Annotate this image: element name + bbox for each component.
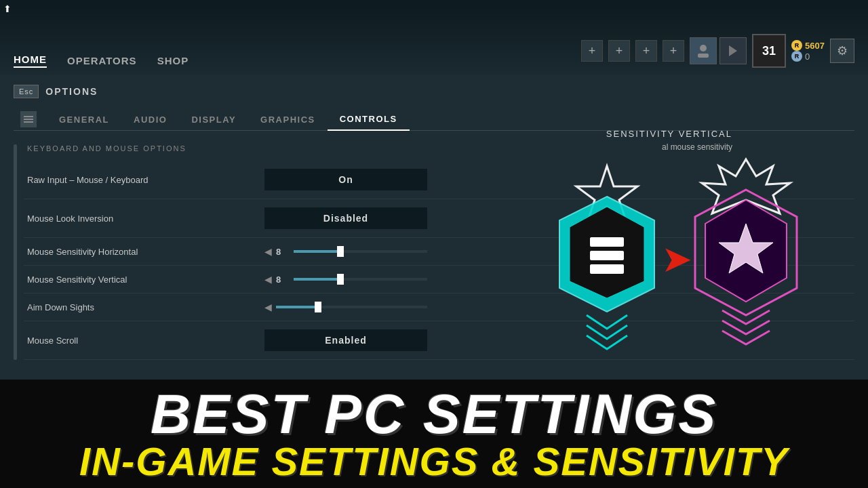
slider-track-ads[interactable]: [276, 306, 427, 308]
tab-controls[interactable]: CONTROLS: [328, 108, 410, 131]
setting-value-mouse-scroll: Enabled: [264, 329, 427, 351]
raw-input-value[interactable]: On: [264, 169, 427, 190]
svg-rect-3: [24, 119, 33, 120]
nav-links: HOME OPERATORS SHOP: [14, 54, 189, 68]
slider-left-ads[interactable]: ◀: [264, 302, 272, 312]
cursor-icon: ⬆: [3, 3, 12, 14]
currency2-amount: 0: [805, 52, 810, 62]
big-text-2: IN-GAME SETTINGS & SENSITIVITY: [79, 442, 789, 481]
setting-value-mouse-inversion: Disabled: [264, 207, 427, 229]
slider-track-v[interactable]: [294, 278, 427, 281]
setting-label-sensitivity-v: Mouse Sensitivity Vertical: [27, 274, 264, 285]
slider-thumb-h[interactable]: [337, 246, 344, 257]
options-title: OPTIONS: [45, 86, 98, 97]
setting-value-sensitivity-v: ◀ 8: [264, 274, 427, 285]
options-header: Esc OPTIONS: [14, 85, 854, 98]
settings-gear-button[interactable]: ⚙: [830, 39, 854, 63]
main-content: Esc OPTIONS GENERAL AUDIO DISPLAY GRAPHI…: [0, 75, 868, 420]
setting-label-raw-input: Raw Input – Mouse / Keyboard: [27, 175, 264, 185]
slider-thumb-ads[interactable]: [315, 302, 321, 312]
mouse-scroll-value[interactable]: Enabled: [264, 329, 427, 351]
operator-icon-2[interactable]: [719, 37, 747, 64]
tab-display[interactable]: DISPLAY: [179, 109, 248, 130]
slider-track-h[interactable]: [294, 250, 427, 253]
mouse-inversion-value[interactable]: Disabled: [264, 207, 427, 229]
esc-badge[interactable]: Esc: [14, 85, 39, 98]
tab-general[interactable]: GENERAL: [47, 109, 121, 130]
slider-num-h: 8: [276, 247, 290, 257]
setting-row-mouse-scroll: Mouse Scroll Enabled: [24, 321, 854, 360]
svg-point-0: [700, 45, 707, 52]
plus-btn-2[interactable]: +: [608, 40, 630, 62]
settings-icon: [20, 111, 37, 127]
plus-btn-3[interactable]: +: [635, 40, 657, 62]
currency1-icon: R: [791, 40, 802, 51]
top-bar: HOME OPERATORS SHOP + + + + 31 R 5607 R …: [0, 0, 868, 75]
sidebar-indicator: [14, 144, 17, 360]
setting-row-aim-down-sights: Aim Down Sights ◀: [24, 293, 854, 321]
setting-value-sensitivity-h: ◀ 8: [264, 246, 427, 257]
plus-btn-4[interactable]: +: [663, 40, 684, 62]
top-right: + + + + 31 R 5607 R 0 ⚙: [581, 34, 854, 68]
nav-home[interactable]: HOME: [14, 54, 47, 68]
operator-icon-1[interactable]: [690, 37, 717, 64]
tab-graphics[interactable]: GRAPHICS: [248, 109, 328, 130]
setting-row-sensitivity-h: Mouse Sensitivity Horizontal ◀ 8: [24, 238, 854, 266]
setting-value-aim-down-sights: ◀: [264, 302, 427, 312]
currency1-amount: 5607: [805, 41, 825, 51]
svg-rect-1: [698, 54, 709, 58]
slider-fill-h: [294, 250, 340, 253]
slider-thumb-v[interactable]: [337, 274, 344, 285]
bottom-overlay: BEST PC SETTINGS IN-GAME SETTINGS & SENS…: [0, 380, 868, 488]
slider-left-h[interactable]: ◀: [264, 246, 272, 257]
level-badge: 31: [752, 34, 786, 68]
plus-btn-1[interactable]: +: [581, 40, 603, 62]
svg-rect-4: [24, 121, 33, 123]
tab-nav: GENERAL AUDIO DISPLAY GRAPHICS CONTROLS: [14, 108, 854, 131]
setting-value-raw-input: On: [264, 169, 427, 190]
nav-operators[interactable]: OPERATORS: [67, 55, 137, 66]
svg-rect-2: [24, 116, 33, 117]
tab-audio[interactable]: AUDIO: [121, 109, 179, 130]
slider-fill-v: [294, 278, 340, 281]
setting-label-sensitivity-h: Mouse Sensitivity Horizontal: [27, 247, 264, 257]
currency2-icon: R: [791, 51, 802, 62]
setting-label-mouse-inversion: Mouse Look Inversion: [27, 214, 264, 224]
section-title: KEYBOARD AND MOUSE OPTIONS: [24, 144, 854, 152]
setting-row-mouse-inversion: Mouse Look Inversion Disabled: [24, 199, 854, 238]
operator-icons: [690, 37, 747, 64]
setting-label-aim-down-sights: Aim Down Sights: [27, 302, 264, 312]
nav-shop[interactable]: SHOP: [157, 55, 189, 66]
slider-num-v: 8: [276, 274, 290, 285]
currency: R 5607 R 0: [791, 40, 825, 62]
setting-row-sensitivity-v: Mouse Sensitivity Vertical ◀ 8: [24, 266, 854, 293]
setting-row-raw-input: Raw Input – Mouse / Keyboard On: [24, 161, 854, 199]
slider-left-v[interactable]: ◀: [264, 274, 272, 285]
settings-panel: KEYBOARD AND MOUSE OPTIONS Raw Input – M…: [14, 144, 854, 360]
settings-content: KEYBOARD AND MOUSE OPTIONS Raw Input – M…: [24, 144, 854, 360]
big-text-1: BEST PC SETTINGS: [151, 386, 717, 442]
setting-label-mouse-scroll: Mouse Scroll: [27, 336, 264, 346]
slider-fill-ads: [276, 306, 318, 308]
